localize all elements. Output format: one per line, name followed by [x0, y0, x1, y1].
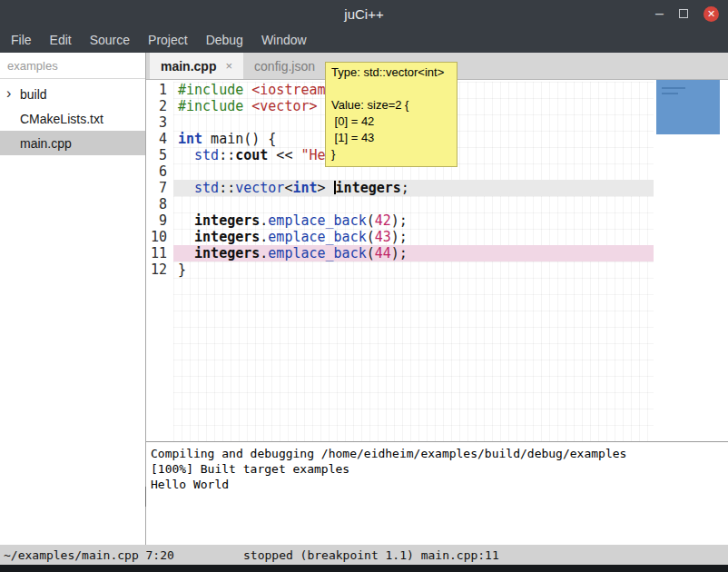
code-token: ); — [391, 212, 408, 229]
minimap[interactable] — [656, 80, 720, 134]
line-number[interactable]: 12 — [146, 261, 167, 278]
tooltip-value-line: [1] = 43 — [331, 130, 451, 146]
menu-window[interactable]: Window — [252, 27, 316, 53]
code-token: main() { — [202, 131, 276, 147]
menu-file[interactable]: File — [2, 27, 41, 53]
code-token: emplace_back — [268, 245, 366, 261]
code-token: . — [260, 245, 268, 261]
line-number[interactable]: 1 — [146, 82, 167, 98]
code-token: integers — [194, 212, 260, 229]
line-number[interactable]: 10 — [146, 229, 167, 245]
line-number[interactable]: 3 — [146, 114, 167, 131]
terminal-line: [100%] Built target examples — [151, 461, 723, 477]
file-tree: ›buildCMakeLists.txtmain.cpp — [0, 79, 145, 155]
code-token: std — [194, 180, 219, 196]
code-token: #include — [178, 82, 243, 98]
code-token: :: — [219, 180, 235, 196]
code-token: 42 — [375, 212, 391, 229]
line-number[interactable]: 4 — [146, 131, 167, 147]
tree-item-build[interactable]: ›build — [0, 82, 145, 106]
menu-project[interactable]: Project — [139, 27, 197, 53]
code-token — [243, 98, 251, 114]
code-token: integers — [194, 229, 260, 245]
restore-icon[interactable] — [679, 9, 688, 18]
code-line-7[interactable]: std::vector<int> integers; — [173, 180, 654, 196]
code-token: > — [318, 180, 334, 196]
tooltip-value-line: Value: size=2 { — [331, 97, 451, 113]
statusbar: ~/examples/main.cpp 7:20 stopped (breakp… — [0, 545, 728, 565]
menu-source[interactable]: Source — [81, 27, 139, 53]
sidebar-header: examples — [0, 53, 145, 79]
code-token: . — [260, 212, 268, 229]
chevron-right-icon[interactable]: › — [6, 85, 11, 102]
tooltip-type-line: Type: std::vector<int> — [331, 65, 451, 79]
tree-item-main.cpp[interactable]: main.cpp — [0, 131, 145, 155]
file-sidebar: examples ›buildCMakeLists.txtmain.cpp — [0, 53, 146, 545]
code-token: ( — [367, 229, 375, 245]
close-icon[interactable]: ✕ — [703, 6, 719, 22]
code-token: ( — [367, 245, 375, 261]
code-token: ( — [367, 212, 375, 229]
tree-item-label: CMakeLists.txt — [20, 112, 103, 126]
line-number[interactable]: 7 — [146, 180, 167, 196]
minimize-icon[interactable]: – — [655, 6, 664, 21]
code-line-9[interactable]: integers.emplace_back(42); — [173, 212, 654, 229]
code-line-12[interactable]: } — [173, 261, 654, 278]
terminal-output[interactable]: Compiling and debugging /home/eidheim/ex… — [146, 442, 728, 545]
code-line-10[interactable]: integers.emplace_back(43); — [173, 229, 654, 245]
code-token: int — [178, 131, 202, 147]
code-token — [178, 212, 194, 229]
line-number[interactable]: 8 — [146, 196, 167, 212]
code-token: << — [268, 147, 300, 163]
tooltip-value-line: } — [331, 146, 451, 163]
code-token: . — [260, 229, 268, 245]
code-token: std — [194, 147, 219, 163]
code-token — [243, 82, 251, 98]
code-token — [178, 229, 194, 245]
line-number[interactable]: 5 — [146, 147, 167, 163]
code-token: vector — [235, 180, 284, 196]
line-number-gutter[interactable]: 123456789101112 — [146, 82, 173, 441]
menu-edit[interactable]: Edit — [41, 27, 81, 53]
code-token: ); — [391, 245, 408, 261]
code-token: 44 — [375, 245, 391, 261]
menubar: FileEditSourceProjectDebugWindow — [0, 27, 728, 53]
code-token: <vector> — [251, 98, 317, 114]
bottom-strip — [0, 565, 728, 572]
code-token: ); — [391, 229, 408, 245]
code-token: emplace_back — [268, 212, 366, 229]
code-token: integers — [336, 180, 401, 196]
tooltip-value-line: [0] = 42 — [331, 113, 451, 130]
tree-item-label: build — [20, 87, 47, 102]
code-token: emplace_back — [268, 229, 366, 245]
menu-debug[interactable]: Debug — [197, 27, 252, 53]
tab-label: config.json — [254, 59, 315, 74]
code-token: cout — [235, 147, 268, 163]
status-file-position: ~/examples/main.cpp 7:20 — [4, 548, 174, 562]
code-token: #include — [178, 98, 243, 114]
debug-value-tooltip: Type: std::vector<int> Value: size=2 { [… — [325, 62, 457, 167]
line-number[interactable]: 6 — [146, 163, 167, 180]
code-line-8[interactable] — [173, 196, 654, 212]
titlebar[interactable]: juCi++ – ✕ — [0, 0, 728, 27]
tree-item-label: main.cpp — [20, 136, 72, 151]
code-token: ; — [401, 180, 409, 196]
code-token: integers — [194, 245, 260, 261]
code-token: int — [292, 180, 317, 196]
tree-item-CMakeLists.txt[interactable]: CMakeLists.txt — [0, 106, 145, 131]
code-line-11[interactable]: integers.emplace_back(44); — [173, 245, 654, 261]
line-number[interactable]: 2 — [146, 98, 167, 114]
line-number[interactable]: 9 — [146, 212, 167, 229]
line-number[interactable]: 11 — [146, 245, 167, 261]
tab-main.cpp[interactable]: main.cpp× — [150, 53, 243, 79]
code-token: } — [178, 261, 186, 278]
window-title: juCi++ — [344, 6, 383, 22]
code-token: <iostream> — [251, 82, 333, 98]
terminal-line: Hello World — [151, 477, 723, 492]
tooltip-value-block: Value: size=2 { [0] = 42 [1] = 43} — [331, 97, 451, 163]
code-token: :: — [219, 147, 235, 163]
code-token — [178, 147, 194, 163]
tab-close-icon[interactable]: × — [225, 59, 232, 73]
code-token — [178, 180, 194, 196]
window-controls: – ✕ — [655, 0, 719, 27]
